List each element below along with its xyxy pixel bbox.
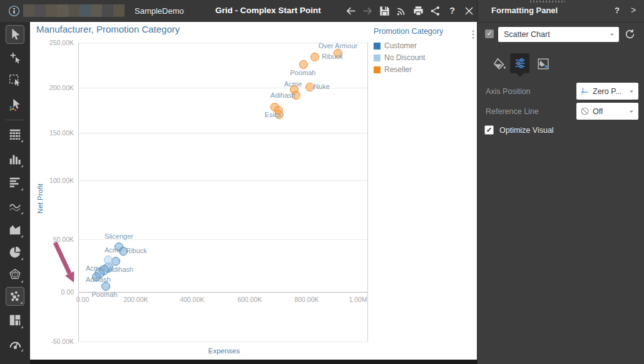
panel-help-button[interactable]: ? bbox=[615, 6, 620, 15]
help-button[interactable]: ? bbox=[444, 0, 461, 22]
background-fill-tab[interactable] bbox=[535, 56, 551, 72]
y-tick-label: -50.00K bbox=[30, 338, 74, 345]
print-button[interactable] bbox=[410, 0, 427, 22]
point-label: Ribuck bbox=[105, 247, 168, 254]
bottom-edge bbox=[30, 360, 477, 364]
chart-type-dropdown[interactable]: Scatter Chart bbox=[498, 27, 619, 42]
chart-type-checkbox[interactable]: ✓ bbox=[485, 29, 494, 38]
legend-label: Reseller bbox=[384, 65, 412, 74]
data-feed-button[interactable] bbox=[393, 0, 410, 22]
scatter-chart-tool[interactable] bbox=[6, 287, 24, 306]
axis-position-label: Axis Position bbox=[486, 87, 531, 96]
top-toolbar: SampleDemo Grid - Complex Start Point ? bbox=[0, 0, 477, 23]
legend-swatch bbox=[374, 55, 381, 61]
gridline bbox=[79, 133, 367, 133]
axis-position-dropdown[interactable]: Zero P... bbox=[576, 83, 638, 100]
optimize-visual-checkbox[interactable]: ✓ bbox=[484, 125, 494, 135]
panel-title: Formatting Panel bbox=[491, 6, 558, 15]
toolbox-divider bbox=[6, 120, 24, 120]
gridline bbox=[79, 341, 367, 342]
grid-tool[interactable] bbox=[6, 125, 24, 143]
toolbar-buttons: ? bbox=[342, 0, 478, 22]
point-label: Adihash bbox=[67, 276, 130, 283]
panel-tabs bbox=[478, 51, 644, 76]
legend-swatch bbox=[374, 66, 381, 73]
y-tick-label: 150.00K bbox=[30, 129, 74, 137]
chevron-down-icon bbox=[628, 88, 635, 95]
scatter-point-poomah[interactable] bbox=[299, 60, 308, 69]
chevron-down-icon bbox=[628, 108, 635, 115]
point-label: Ribuck bbox=[301, 53, 364, 60]
legend-label: No Discount bbox=[384, 53, 425, 62]
y-axis-title: Net Profit bbox=[36, 174, 44, 224]
area-chart-tool[interactable] bbox=[6, 220, 24, 239]
close-button[interactable] bbox=[461, 0, 478, 22]
dashboard-designer-window: SampleDemo Grid - Complex Start Point ? … bbox=[0, 0, 644, 364]
panel-collapse-button[interactable]: > bbox=[631, 5, 636, 15]
back-button[interactable] bbox=[342, 0, 359, 22]
legend-item-customer[interactable]: Customer bbox=[374, 41, 443, 50]
document-name: SampleDemo bbox=[135, 6, 184, 16]
select-tool[interactable] bbox=[6, 25, 24, 44]
y-tick-label: 50.00K bbox=[30, 236, 74, 243]
marquee-select-tool[interactable] bbox=[6, 71, 24, 90]
point-label: Nuke bbox=[290, 83, 353, 90]
axis-zero-icon bbox=[580, 86, 590, 96]
share-button[interactable] bbox=[427, 0, 444, 22]
line-chart-tool[interactable] bbox=[6, 197, 24, 216]
scatter-point-poomah[interactable] bbox=[101, 282, 110, 291]
off-icon bbox=[580, 107, 590, 116]
toolbox-sidebar bbox=[0, 22, 31, 364]
point-label: Poomah bbox=[272, 69, 334, 76]
pie-chart-tool[interactable] bbox=[6, 242, 24, 261]
legend-title: Promotion Category bbox=[374, 27, 443, 36]
x-axis-title: Expenses bbox=[183, 347, 265, 355]
bar-chart-tool[interactable] bbox=[6, 150, 24, 169]
y-tick-label: 250.00K bbox=[30, 39, 74, 46]
point-label: Esics bbox=[242, 111, 304, 118]
y-tick-label: 200.00K bbox=[30, 84, 74, 91]
point-label: Slicenger bbox=[88, 232, 150, 240]
reference-line-label: Reference Line bbox=[486, 107, 539, 116]
point-label: Poomah bbox=[73, 291, 136, 298]
redacted-area bbox=[23, 4, 125, 17]
x-tick-label: 600.00K bbox=[225, 296, 275, 303]
formatting-panel: Formatting Panel ? > ✓ Scatter Chart Axi… bbox=[477, 0, 644, 364]
legend-swatch bbox=[374, 43, 381, 49]
panel-content: ✓ Scatter Chart Axis Position Zero P... … bbox=[478, 23, 644, 364]
fill-style-tab[interactable] bbox=[492, 56, 508, 72]
optimize-visual-label: Optimize Visual bbox=[499, 126, 554, 135]
chart-title: Manufacturer, Promotion Category bbox=[36, 24, 180, 34]
radar-chart-tool[interactable] bbox=[6, 265, 24, 284]
legend-item-reseller[interactable]: Reseller bbox=[374, 65, 443, 74]
panel-drag-handle[interactable] bbox=[530, 1, 565, 3]
y-tick-label: 0.00 bbox=[30, 288, 74, 296]
chevron-down-icon bbox=[608, 31, 616, 38]
chart-options-tab[interactable] bbox=[510, 53, 529, 73]
treemap-tool[interactable] bbox=[6, 311, 24, 330]
save-button[interactable] bbox=[376, 0, 393, 22]
point-label: Adihash bbox=[89, 266, 152, 273]
reference-line-dropdown[interactable]: Off bbox=[576, 103, 638, 120]
add-item-tool[interactable] bbox=[6, 48, 24, 67]
gridline bbox=[79, 180, 367, 181]
legend: Promotion Category CustomerNo DiscountRe… bbox=[374, 27, 443, 77]
scatter-point-no-discount[interactable] bbox=[104, 256, 113, 264]
point-label: Adihash bbox=[252, 91, 314, 99]
x-tick-label: 400.00K bbox=[167, 296, 217, 303]
info-icon[interactable] bbox=[8, 5, 20, 17]
x-tick-label: 800.00K bbox=[282, 296, 332, 303]
view-title: Grid - Complex Start Point bbox=[215, 6, 321, 15]
legend-item-no-discount[interactable]: No Discount bbox=[374, 53, 443, 62]
dashboard-item-scatter-chart: Manufacturer, Promotion Category 250.00K… bbox=[30, 22, 477, 364]
x-tick-label: 1.00M bbox=[333, 296, 383, 303]
row-chart-tool[interactable] bbox=[6, 173, 24, 192]
reset-icon[interactable] bbox=[624, 28, 636, 40]
svg-text:?: ? bbox=[449, 6, 455, 16]
formatting-panel-header: Formatting Panel ? > bbox=[478, 0, 644, 23]
multi-select-tool[interactable] bbox=[6, 95, 24, 114]
forward-button[interactable] bbox=[359, 0, 376, 22]
legend-label: Customer bbox=[384, 41, 417, 50]
point-label: Over Armour bbox=[307, 42, 369, 49]
gauge-tool[interactable] bbox=[6, 334, 24, 353]
